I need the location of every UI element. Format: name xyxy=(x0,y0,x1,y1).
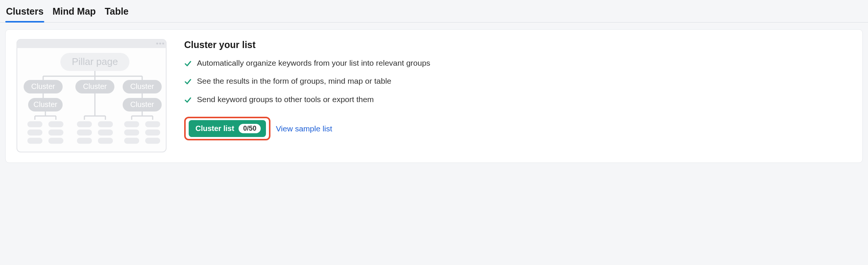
svg-rect-46 xyxy=(98,121,113,127)
svg-point-5 xyxy=(162,43,164,45)
cluster-list-button[interactable]: Cluster list 0/50 xyxy=(189,120,266,137)
svg-rect-40 xyxy=(48,121,63,127)
tab-clusters[interactable]: Clusters xyxy=(5,2,44,22)
feature-text: Send keyword groups to other tools or ex… xyxy=(197,94,374,105)
svg-rect-54 xyxy=(145,138,160,144)
svg-rect-50 xyxy=(124,129,139,136)
svg-rect-45 xyxy=(77,138,92,144)
check-icon xyxy=(184,59,192,70)
check-icon xyxy=(184,77,192,88)
cluster-button-highlight: Cluster list 0/50 xyxy=(184,117,270,140)
feature-text: Automatically organize keywords from you… xyxy=(197,58,430,68)
svg-rect-51 xyxy=(124,138,139,144)
feature-item: Automatically organize keywords from you… xyxy=(184,58,853,70)
svg-text:Cluster: Cluster xyxy=(31,82,55,90)
svg-text:Cluster: Cluster xyxy=(130,82,154,90)
cluster-button-label: Cluster list xyxy=(195,124,234,133)
feature-text: See the results in the form of groups, m… xyxy=(197,76,391,86)
svg-rect-52 xyxy=(145,121,160,127)
svg-rect-48 xyxy=(98,138,113,144)
view-tabs: Clusters Mind Map Table xyxy=(0,0,868,23)
feature-item: See the results in the form of groups, m… xyxy=(184,76,853,88)
cluster-intro-card: Pillar page Cluster Cluster Cluster xyxy=(5,29,863,163)
svg-point-3 xyxy=(156,43,158,45)
svg-rect-43 xyxy=(77,121,92,127)
check-icon xyxy=(184,96,192,106)
svg-rect-47 xyxy=(98,129,113,136)
svg-rect-53 xyxy=(145,129,160,136)
section-title: Cluster your list xyxy=(184,39,853,50)
svg-rect-49 xyxy=(124,121,139,127)
svg-text:Cluster: Cluster xyxy=(130,100,154,108)
cluster-illustration: Pillar page Cluster Cluster Cluster xyxy=(15,38,169,154)
svg-text:Cluster: Cluster xyxy=(83,82,107,90)
feature-item: Send keyword groups to other tools or ex… xyxy=(184,94,853,106)
svg-rect-39 xyxy=(27,138,42,144)
svg-text:Pillar page: Pillar page xyxy=(72,56,118,67)
svg-rect-2 xyxy=(17,44,166,48)
svg-text:Cluster: Cluster xyxy=(33,100,57,108)
svg-rect-44 xyxy=(77,129,92,136)
cluster-counter-badge: 0/50 xyxy=(239,124,261,133)
view-sample-link[interactable]: View sample list xyxy=(276,124,332,133)
svg-rect-38 xyxy=(27,129,42,136)
svg-rect-37 xyxy=(27,121,42,127)
feature-list: Automatically organize keywords from you… xyxy=(184,58,853,106)
svg-point-4 xyxy=(159,43,161,45)
svg-rect-42 xyxy=(48,138,63,144)
tab-table[interactable]: Table xyxy=(104,2,129,22)
tab-mind-map[interactable]: Mind Map xyxy=(52,2,96,22)
svg-rect-41 xyxy=(48,129,63,136)
